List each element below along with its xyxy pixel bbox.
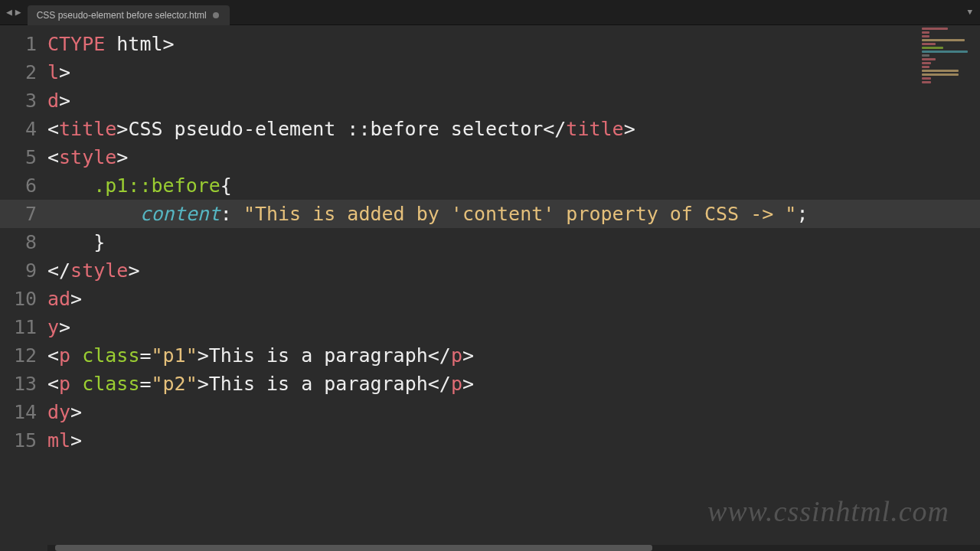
line-number: 14	[0, 398, 47, 426]
code-line[interactable]: l>	[47, 58, 980, 86]
code-line[interactable]: <p class="p1">This is a paragraph</p>	[47, 341, 980, 370]
code-editor[interactable]: CTYPE html>l>d><title>CSS pseudo-element…	[47, 25, 980, 545]
code-line[interactable]: CTYPE html>	[47, 30, 980, 58]
line-number: 8	[0, 228, 47, 256]
nav-forward-icon[interactable]: ▶	[15, 6, 21, 18]
line-number: 10	[0, 285, 47, 313]
code-line[interactable]: </style>	[47, 256, 980, 285]
line-number: 3	[0, 86, 47, 115]
line-number: 15	[0, 426, 47, 455]
tab-overflow-icon[interactable]: ▼	[967, 8, 972, 17]
code-line[interactable]: ml>	[47, 426, 980, 455]
code-line[interactable]: d>	[47, 86, 980, 115]
tab-filename: CSS pseudo-element before selector.html	[37, 10, 207, 21]
line-number: 2	[0, 58, 47, 86]
line-number: 12	[0, 341, 47, 370]
line-number: 7	[0, 200, 47, 228]
code-line[interactable]: .p1::before{	[47, 171, 980, 200]
line-number: 9	[0, 256, 47, 285]
tab-dirty-indicator-icon	[213, 12, 219, 18]
code-line[interactable]: }	[47, 228, 980, 256]
code-line[interactable]: ad>	[47, 285, 980, 313]
line-number: 11	[0, 313, 47, 341]
line-number: 1	[0, 30, 47, 58]
scrollbar-thumb[interactable]	[55, 545, 652, 551]
line-number: 13	[0, 370, 47, 398]
line-number-gutter: 123456789101112131415	[0, 25, 47, 545]
line-number: 4	[0, 115, 47, 143]
editor-area: 123456789101112131415 CTYPE html>l>d><ti…	[0, 25, 980, 545]
line-number: 5	[0, 143, 47, 171]
code-line[interactable]: <style>	[47, 143, 980, 171]
nav-back-icon[interactable]: ◀	[6, 6, 12, 18]
line-number: 6	[0, 171, 47, 200]
code-line[interactable]: y>	[47, 313, 980, 341]
minimap[interactable]	[922, 28, 975, 73]
code-line[interactable]: <title>CSS pseudo-element ::before selec…	[47, 115, 980, 143]
code-line[interactable]: <p class="p2">This is a paragraph</p>	[47, 370, 980, 398]
nav-arrows: ◀ ▶	[0, 6, 28, 18]
code-line[interactable]: content: "This is added by 'content' pro…	[47, 200, 980, 228]
code-line[interactable]: dy>	[47, 398, 980, 426]
title-bar: ◀ ▶ CSS pseudo-element before selector.h…	[0, 0, 980, 25]
horizontal-scrollbar[interactable]	[47, 545, 980, 551]
file-tab[interactable]: CSS pseudo-element before selector.html	[28, 5, 230, 25]
watermark-text: www.cssinhtml.com	[707, 494, 949, 528]
